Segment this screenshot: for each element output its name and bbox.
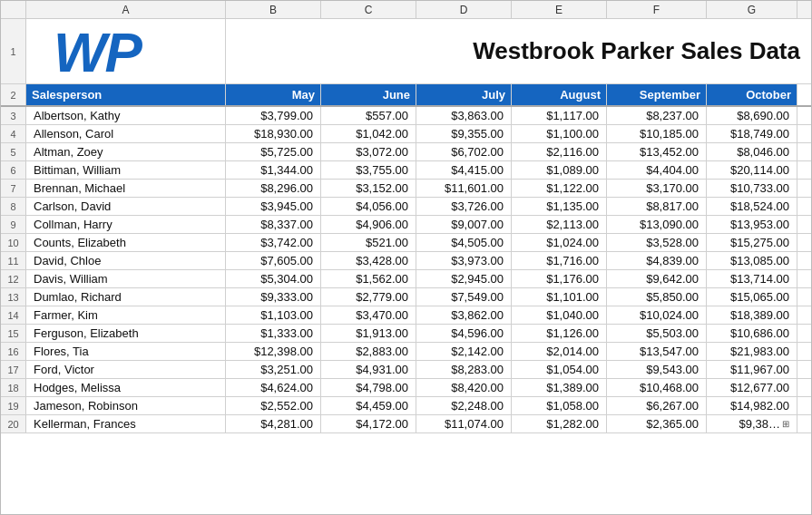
table-row[interactable]: 8 Carlson, David $3,945.00 $4,056.00 $3,…	[1, 198, 811, 216]
cell-aug[interactable]: $1,058.00	[512, 397, 607, 414]
cell-may[interactable]: $7,605.00	[226, 252, 321, 269]
table-row[interactable]: 12 Davis, William $5,304.00 $1,562.00 $2…	[1, 270, 811, 288]
cell-jul[interactable]: $8,283.00	[416, 361, 512, 378]
cell-aug[interactable]: $1,040.00	[512, 306, 607, 324]
cell-jun[interactable]: $3,428.00	[321, 252, 416, 269]
cell-jun[interactable]: $521.00	[321, 234, 416, 251]
cell-may[interactable]: $5,304.00	[226, 270, 321, 287]
cell-oct[interactable]: $13,714.00	[707, 270, 797, 287]
cell-oct[interactable]: $15,275.00	[707, 234, 797, 251]
cell-aug[interactable]: $1,089.00	[512, 161, 607, 179]
cell-aug[interactable]: $1,101.00	[512, 288, 607, 306]
cell-oct[interactable]: $8,046.00	[707, 143, 797, 160]
cell-name[interactable]: Davis, William	[26, 270, 226, 287]
cell-may[interactable]: $4,624.00	[226, 379, 321, 396]
cell-name[interactable]: Kellerman, Frances	[26, 415, 226, 432]
cell-may[interactable]: $2,552.00	[226, 397, 321, 414]
cell-name[interactable]: Allenson, Carol	[26, 125, 226, 142]
cell-oct[interactable]: $18,389.00	[707, 306, 797, 324]
table-row[interactable]: 18 Hodges, Melissa $4,624.00 $4,798.00 $…	[1, 379, 811, 397]
table-row[interactable]: 19 Jameson, Robinson $2,552.00 $4,459.00…	[1, 397, 811, 415]
cell-jul[interactable]: $11,074.00	[416, 415, 512, 432]
cell-may[interactable]: $3,945.00	[226, 198, 321, 215]
cell-oct[interactable]: $13,953.00	[707, 216, 797, 233]
cell-aug[interactable]: $2,014.00	[512, 343, 607, 360]
cell-name[interactable]: Jameson, Robinson	[26, 397, 226, 414]
cell-name[interactable]: Altman, Zoey	[26, 143, 226, 160]
cell-jun[interactable]: $2,883.00	[321, 343, 416, 360]
cell-sep[interactable]: $9,642.00	[607, 270, 707, 287]
table-row[interactable]: 20 Kellerman, Frances $4,281.00 $4,172.0…	[1, 415, 811, 433]
cell-oct[interactable]: $21,983.00	[707, 343, 797, 360]
cell-jul[interactable]: $2,142.00	[416, 343, 512, 360]
cell-aug[interactable]: $1,389.00	[512, 379, 607, 396]
cell-aug[interactable]: $1,126.00	[512, 325, 607, 342]
table-row[interactable]: 13 Dumlao, Richard $9,333.00 $2,779.00 $…	[1, 288, 811, 306]
cell-name[interactable]: Hodges, Melissa	[26, 379, 226, 396]
cell-sep[interactable]: $13,547.00	[607, 343, 707, 360]
cell-jun[interactable]: $4,459.00	[321, 397, 416, 414]
cell-name[interactable]: Brennan, Michael	[26, 180, 226, 197]
table-row[interactable]: 17 Ford, Victor $3,251.00 $4,931.00 $8,2…	[1, 361, 811, 379]
cell-jul[interactable]: $6,702.00	[416, 143, 512, 160]
cell-sep[interactable]: $13,452.00	[607, 143, 707, 160]
table-row[interactable]: 4 Allenson, Carol $18,930.00 $1,042.00 $…	[1, 125, 811, 143]
cell-aug[interactable]: $1,176.00	[512, 270, 607, 287]
table-row[interactable]: 5 Altman, Zoey $5,725.00 $3,072.00 $6,70…	[1, 143, 811, 161]
cell-jul[interactable]: $4,415.00	[416, 161, 512, 179]
cell-may[interactable]: $1,344.00	[226, 161, 321, 179]
cell-oct[interactable]: $8,690.00	[707, 107, 797, 124]
cell-jul[interactable]: $11,601.00	[416, 180, 512, 197]
cell-oct[interactable]: $11,967.00	[707, 361, 797, 378]
cell-jul[interactable]: $2,248.00	[416, 397, 512, 414]
cell-sep[interactable]: $10,468.00	[607, 379, 707, 396]
cell-jul[interactable]: $9,007.00	[416, 216, 512, 233]
cell-aug[interactable]: $1,716.00	[512, 252, 607, 269]
cell-may[interactable]: $4,281.00	[226, 415, 321, 432]
cell-jun[interactable]: $3,755.00	[321, 161, 416, 179]
cell-jul[interactable]: $3,862.00	[416, 306, 512, 324]
cell-jul[interactable]: $3,726.00	[416, 198, 512, 215]
cell-sep[interactable]: $13,090.00	[607, 216, 707, 233]
cell-may[interactable]: $9,333.00	[226, 288, 321, 306]
cell-oct[interactable]: $9,38…⊞	[707, 415, 797, 432]
cell-may[interactable]: $1,103.00	[226, 306, 321, 324]
cell-name[interactable]: Ferguson, Elizabeth	[26, 325, 226, 342]
cell-sep[interactable]: $9,543.00	[607, 361, 707, 378]
cell-jun[interactable]: $4,906.00	[321, 216, 416, 233]
table-row[interactable]: 16 Flores, Tia $12,398.00 $2,883.00 $2,1…	[1, 343, 811, 361]
cell-jun[interactable]: $557.00	[321, 107, 416, 124]
cell-sep[interactable]: $6,267.00	[607, 397, 707, 414]
cell-name[interactable]: Ford, Victor	[26, 361, 226, 378]
cell-jul[interactable]: $9,355.00	[416, 125, 512, 142]
cell-aug[interactable]: $1,100.00	[512, 125, 607, 142]
cell-sep[interactable]: $3,170.00	[607, 180, 707, 197]
cell-name[interactable]: Bittiman, William	[26, 161, 226, 179]
cell-may[interactable]: $5,725.00	[226, 143, 321, 160]
cell-sep[interactable]: $10,024.00	[607, 306, 707, 324]
cell-jun[interactable]: $3,072.00	[321, 143, 416, 160]
cell-may[interactable]: $18,930.00	[226, 125, 321, 142]
cell-may[interactable]: $3,799.00	[226, 107, 321, 124]
cell-name[interactable]: Dumlao, Richard	[26, 288, 226, 306]
cell-name[interactable]: Counts, Elizabeth	[26, 234, 226, 251]
resize-handle[interactable]: ⊞	[782, 419, 789, 429]
cell-oct[interactable]: $10,686.00	[707, 325, 797, 342]
cell-may[interactable]: $8,296.00	[226, 180, 321, 197]
cell-jun[interactable]: $1,042.00	[321, 125, 416, 142]
table-row[interactable]: 11 David, Chloe $7,605.00 $3,428.00 $3,9…	[1, 252, 811, 270]
table-row[interactable]: 10 Counts, Elizabeth $3,742.00 $521.00 $…	[1, 234, 811, 252]
cell-aug[interactable]: $1,117.00	[512, 107, 607, 124]
cell-oct[interactable]: $20,114.00	[707, 161, 797, 179]
cell-oct[interactable]: $14,982.00	[707, 397, 797, 414]
cell-name[interactable]: Collman, Harry	[26, 216, 226, 233]
cell-jul[interactable]: $4,505.00	[416, 234, 512, 251]
cell-jun[interactable]: $1,562.00	[321, 270, 416, 287]
cell-jun[interactable]: $3,152.00	[321, 180, 416, 197]
cell-oct[interactable]: $18,524.00	[707, 198, 797, 215]
cell-jul[interactable]: $4,596.00	[416, 325, 512, 342]
table-row[interactable]: 14 Farmer, Kim $1,103.00 $3,470.00 $3,86…	[1, 306, 811, 325]
cell-jul[interactable]: $3,973.00	[416, 252, 512, 269]
cell-name[interactable]: David, Chloe	[26, 252, 226, 269]
cell-sep[interactable]: $4,839.00	[607, 252, 707, 269]
